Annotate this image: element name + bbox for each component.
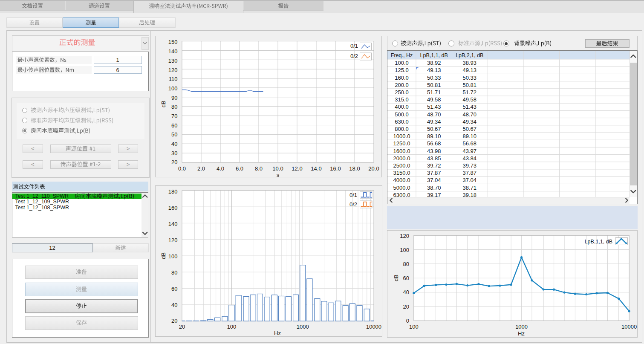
svg-text:100: 100 <box>168 85 177 91</box>
svg-text:50.81: 50.81 <box>462 81 477 88</box>
svg-text:500.0: 500.0 <box>395 111 409 117</box>
svg-text:dB: dB <box>393 275 399 281</box>
svg-text:49.58: 49.58 <box>427 96 441 103</box>
svg-text:43.98: 43.98 <box>427 147 441 154</box>
svg-text:90: 90 <box>171 94 177 101</box>
svg-text:2.0: 2.0 <box>197 165 205 172</box>
svg-text:800.0: 800.0 <box>395 126 409 132</box>
svg-text:50.67: 50.67 <box>427 126 441 132</box>
svg-text:100: 100 <box>168 253 177 259</box>
svg-text:0: 0 <box>406 318 409 324</box>
svg-text:49.34: 49.34 <box>462 118 477 124</box>
svg-text:39.72: 39.72 <box>427 162 441 169</box>
svg-text:50.67: 50.67 <box>462 126 477 132</box>
svg-text:49.58: 49.58 <box>462 96 477 103</box>
svg-text:37.04: 37.04 <box>462 177 477 183</box>
svg-text:40: 40 <box>171 140 177 147</box>
svg-text:89.10: 89.10 <box>427 133 441 139</box>
svg-text:140: 140 <box>168 48 177 55</box>
svg-text:0/1: 0/1 <box>350 43 358 49</box>
svg-text:80: 80 <box>171 104 177 110</box>
svg-text:0/2: 0/2 <box>350 52 358 59</box>
svg-text:80: 80 <box>403 261 409 267</box>
svg-text:70: 70 <box>171 113 177 119</box>
svg-text:4.0: 4.0 <box>216 165 224 172</box>
svg-text:2000.0: 2000.0 <box>393 155 410 161</box>
svg-text:12.0: 12.0 <box>292 165 302 172</box>
svg-text:48.70: 48.70 <box>462 111 477 117</box>
svg-text:140: 140 <box>168 221 177 227</box>
svg-text:10000: 10000 <box>366 323 381 330</box>
svg-text:160.0: 160.0 <box>395 74 409 81</box>
svg-text:630.0: 630.0 <box>395 118 409 124</box>
svg-text:5000.0: 5000.0 <box>393 184 410 191</box>
svg-text:20: 20 <box>403 304 409 310</box>
svg-text:400.0: 400.0 <box>395 104 409 110</box>
svg-text:43.85: 43.85 <box>427 155 441 161</box>
svg-text:18.0: 18.0 <box>349 165 360 172</box>
svg-text:3150.0: 3150.0 <box>393 170 410 176</box>
svg-text:315.0: 315.0 <box>395 96 409 103</box>
svg-text:50.81: 50.81 <box>427 81 441 88</box>
svg-text:43.97: 43.97 <box>462 147 477 154</box>
svg-text:100.0: 100.0 <box>395 60 409 66</box>
svg-text:40: 40 <box>403 289 409 295</box>
svg-text:14.0: 14.0 <box>311 165 321 172</box>
svg-text:8.0: 8.0 <box>254 165 262 172</box>
svg-text:20: 20 <box>179 323 185 330</box>
svg-text:51.72: 51.72 <box>462 89 477 95</box>
svg-text:20: 20 <box>171 159 177 165</box>
svg-text:38.92: 38.92 <box>427 60 441 66</box>
svg-text:43.84: 43.84 <box>462 155 477 161</box>
svg-text:180: 180 <box>168 188 177 195</box>
svg-text:100: 100 <box>227 323 236 330</box>
svg-text:160: 160 <box>168 205 177 211</box>
svg-text:120: 120 <box>168 66 177 73</box>
svg-text:6.0: 6.0 <box>235 165 243 172</box>
svg-text:51.43: 51.43 <box>462 104 477 110</box>
svg-text:20: 20 <box>171 318 177 324</box>
svg-text:LpB,1,1, dB: LpB,1,1, dB <box>584 239 612 245</box>
svg-text:60: 60 <box>171 285 177 292</box>
svg-text:38.70: 38.70 <box>427 184 441 191</box>
svg-text:Freq., Hz: Freq., Hz <box>390 52 412 58</box>
svg-text:1000: 1000 <box>296 323 309 330</box>
svg-text:51.71: 51.71 <box>427 89 441 95</box>
svg-text:49.34: 49.34 <box>427 118 441 124</box>
svg-text:37.87: 37.87 <box>427 170 441 176</box>
svg-text:60: 60 <box>171 122 177 128</box>
svg-text:100: 100 <box>409 324 419 330</box>
svg-text:39.73: 39.73 <box>462 162 477 169</box>
svg-text:0/1: 0/1 <box>349 191 357 198</box>
svg-text:Hz: Hz <box>518 330 525 337</box>
svg-text:Hz: Hz <box>274 330 281 336</box>
svg-text:1000.0: 1000.0 <box>393 133 410 139</box>
svg-text:1250.0: 1250.0 <box>393 140 410 147</box>
svg-text:37.87: 37.87 <box>462 170 477 176</box>
svg-text:LpB,1,1, dB: LpB,1,1, dB <box>420 52 448 58</box>
svg-text:60: 60 <box>403 275 409 281</box>
svg-text:37.04: 37.04 <box>427 177 441 183</box>
svg-text:dB: dB <box>160 101 167 107</box>
svg-text:10.0: 10.0 <box>272 165 283 172</box>
svg-text:50.33: 50.33 <box>427 74 441 81</box>
svg-text:1600.0: 1600.0 <box>393 147 410 154</box>
svg-text:38.93: 38.93 <box>462 60 477 66</box>
svg-text:56.68: 56.68 <box>427 140 441 147</box>
svg-text:125.0: 125.0 <box>395 67 409 73</box>
svg-text:dB: dB <box>160 252 167 259</box>
svg-text:0.0: 0.0 <box>178 165 185 172</box>
svg-text:250.0: 250.0 <box>395 89 409 95</box>
svg-text:20.0: 20.0 <box>368 165 379 172</box>
svg-text:0/2: 0/2 <box>349 201 357 207</box>
svg-text:40: 40 <box>171 301 177 308</box>
svg-text:s: s <box>276 171 279 177</box>
svg-text:130: 130 <box>168 57 177 64</box>
svg-text:2500.0: 2500.0 <box>393 162 410 169</box>
svg-text:1000: 1000 <box>515 324 528 330</box>
svg-text:48.70: 48.70 <box>427 111 441 117</box>
svg-text:30: 30 <box>171 150 177 156</box>
svg-text:50.33: 50.33 <box>462 74 477 81</box>
svg-text:150: 150 <box>168 39 177 45</box>
svg-text:51.43: 51.43 <box>427 104 441 110</box>
